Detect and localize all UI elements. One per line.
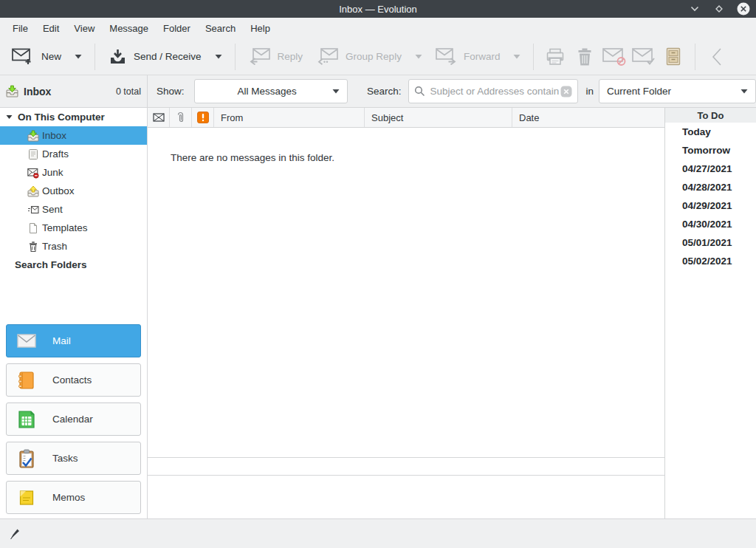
title-bar[interactable]: Inbox — Evolution	[0, 0, 756, 18]
group-reply-button[interactable]: Group Reply	[310, 44, 409, 69]
switcher-label: Calendar	[52, 414, 93, 425]
column-subject-label: Subject	[371, 112, 403, 123]
column-attachment[interactable]	[170, 108, 192, 127]
inbox-icon	[27, 129, 39, 142]
chevron-down-icon	[332, 89, 340, 94]
menu-folder[interactable]: Folder	[156, 19, 198, 38]
archive-icon	[664, 47, 682, 66]
diamond-icon	[715, 4, 724, 13]
todo-item-date[interactable]: 05/01/2021	[665, 233, 756, 252]
tasks-icon	[17, 449, 36, 468]
calendar-icon	[17, 410, 36, 429]
maximize-button[interactable]	[712, 2, 726, 16]
message-list-scrollbar-area[interactable]	[148, 457, 664, 476]
chevron-left-icon	[711, 47, 723, 66]
account-label: On This Computer	[18, 112, 105, 123]
empty-folder-message: There are no messages in this folder.	[148, 128, 664, 457]
mark-junk-icon	[602, 48, 626, 66]
column-status[interactable]	[148, 108, 170, 127]
new-button-label: New	[41, 51, 61, 62]
sidebar-folder-outbox[interactable]: Outbox	[0, 182, 147, 200]
send-receive-button[interactable]: Send / Receive	[102, 44, 209, 69]
column-date[interactable]: Date	[512, 108, 664, 127]
folder-message-count: 0 total	[116, 86, 141, 97]
switcher-mail-button[interactable]: Mail	[6, 324, 141, 357]
menu-file[interactable]: File	[5, 19, 35, 38]
send-receive-dropdown-button[interactable]	[209, 42, 228, 72]
junk-button[interactable]	[599, 42, 629, 72]
group-reply-dropdown-button[interactable]	[409, 42, 428, 72]
switcher-contacts-button[interactable]: Contacts	[6, 363, 141, 397]
memos-icon	[17, 488, 36, 507]
menu-help[interactable]: Help	[243, 19, 278, 38]
previous-message-button[interactable]	[702, 42, 732, 72]
send-receive-icon	[109, 48, 126, 65]
printer-icon	[546, 47, 565, 66]
forward-dropdown-button[interactable]	[507, 42, 526, 72]
search-input[interactable]	[430, 86, 560, 97]
show-label: Show:	[157, 86, 185, 97]
todo-panel: To Do Today Tomorrow 04/27/2021 04/28/20…	[664, 108, 756, 518]
chevron-down-icon	[513, 54, 520, 59]
menu-view[interactable]: View	[66, 19, 102, 38]
folder-label: Trash	[42, 241, 67, 252]
sidebar-folder-inbox[interactable]: Inbox	[0, 126, 147, 145]
sidebar-folder-junk[interactable]: Junk	[0, 163, 147, 182]
column-from[interactable]: From	[214, 108, 365, 127]
chevron-down-icon	[415, 54, 422, 59]
new-mail-icon	[12, 48, 34, 65]
print-button[interactable]	[540, 42, 570, 72]
switcher-memos-button[interactable]: Memos	[6, 481, 141, 514]
folder-label: Sent	[42, 204, 63, 215]
close-icon	[737, 2, 750, 16]
delete-button[interactable]	[570, 42, 599, 72]
todo-item-tomorrow[interactable]: Tomorrow	[665, 141, 756, 160]
todo-panel-header: To Do	[665, 108, 756, 123]
forward-button[interactable]: Forward	[428, 44, 508, 69]
new-message-button[interactable]: New	[4, 44, 69, 69]
todo-item-date[interactable]: 04/28/2021	[665, 178, 756, 196]
menu-message[interactable]: Message	[102, 19, 156, 38]
reply-button[interactable]: Reply	[242, 44, 311, 69]
sent-icon	[27, 203, 39, 216]
search-icon	[414, 86, 425, 97]
switcher-tasks-button[interactable]: Tasks	[6, 442, 141, 475]
outbox-icon	[27, 185, 39, 197]
folder-label: Inbox	[42, 130, 66, 141]
todo-item-date[interactable]: 05/02/2021	[665, 252, 756, 270]
send-receive-label: Send / Receive	[134, 51, 202, 62]
close-button[interactable]	[737, 2, 750, 16]
archive-button[interactable]	[659, 42, 688, 72]
todo-item-date[interactable]: 04/27/2021	[665, 160, 756, 178]
menu-edit[interactable]: Edit	[35, 19, 66, 38]
not-junk-button[interactable]	[629, 42, 659, 72]
sidebar-search-folders[interactable]: Search Folders	[0, 256, 147, 274]
minimize-button[interactable]	[688, 2, 701, 16]
folder-info: Inbox 0 total	[0, 75, 148, 107]
column-important[interactable]	[192, 108, 214, 127]
new-dropdown-button[interactable]	[69, 42, 88, 72]
sidebar-folder-sent[interactable]: Sent	[0, 200, 147, 219]
paperclip-icon	[176, 112, 185, 123]
search-box	[408, 79, 578, 103]
sidebar-folder-templates[interactable]: Templates	[0, 219, 147, 237]
todo-item-date[interactable]: 04/29/2021	[665, 196, 756, 215]
todo-item-today[interactable]: Today	[665, 123, 756, 141]
folder-label: Outbox	[42, 185, 75, 196]
show-filter-value: All Messages	[202, 86, 332, 97]
evolution-window: Inbox — Evolution File Edit View Message…	[0, 0, 756, 548]
menu-search[interactable]: Search	[198, 19, 243, 38]
todo-item-date[interactable]: 04/30/2021	[665, 215, 756, 233]
search-label: Search:	[367, 86, 402, 97]
clear-search-icon[interactable]	[560, 86, 572, 97]
search-scope-value: Current Folder	[607, 86, 740, 97]
account-on-this-computer[interactable]: On This Computer	[0, 108, 147, 126]
column-subject[interactable]: Subject	[365, 108, 512, 127]
window-controls	[688, 0, 750, 18]
show-filter-dropdown[interactable]: All Messages	[194, 79, 348, 103]
sidebar-folder-drafts[interactable]: Drafts	[0, 145, 147, 163]
trash-icon	[27, 240, 39, 253]
switcher-calendar-button[interactable]: Calendar	[6, 403, 141, 436]
sidebar-folder-trash[interactable]: Trash	[0, 237, 147, 256]
search-scope-dropdown[interactable]: Current Folder	[599, 79, 756, 103]
